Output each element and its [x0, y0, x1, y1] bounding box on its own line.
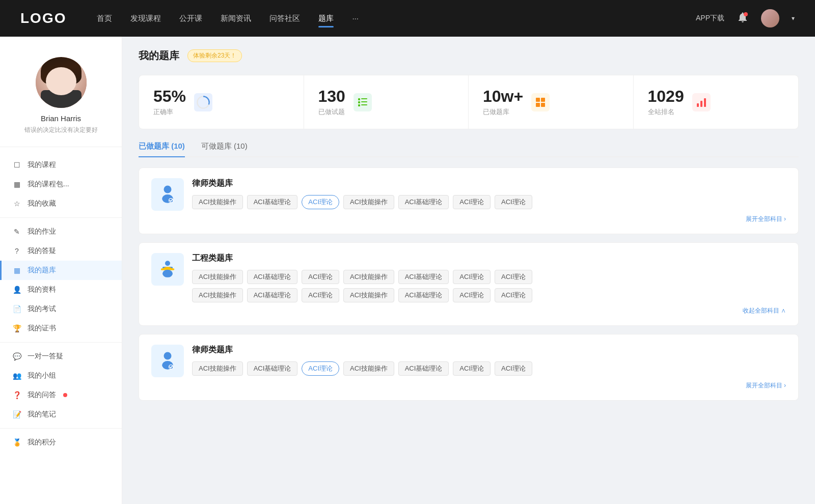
svg-rect-9 — [541, 98, 545, 102]
menu-item-favorites[interactable]: ☆ 我的收藏 — [0, 194, 122, 213]
app-download-button[interactable]: APP下载 — [696, 14, 724, 23]
cert-icon: 🏆 — [12, 324, 21, 333]
file-icon: ☐ — [12, 160, 21, 170]
points-icon: 🏅 — [12, 438, 21, 447]
menu-item-group[interactable]: 👥 我的小组 — [0, 366, 122, 385]
menu-divider-1 — [0, 217, 122, 218]
svg-rect-12 — [697, 103, 699, 107]
svg-point-21 — [165, 261, 170, 266]
law2-tag-7[interactable]: ACI理论 — [495, 361, 532, 376]
nav-quiz[interactable]: 题库 — [318, 12, 334, 25]
tag-6[interactable]: ACI理论 — [453, 195, 491, 209]
nav-discover[interactable]: 发现课程 — [130, 12, 161, 25]
menu-item-notes[interactable]: 📝 我的笔记 — [0, 405, 122, 424]
page-title: 我的题库 — [139, 49, 179, 63]
menu-item-exam[interactable]: 📄 我的考试 — [0, 299, 122, 319]
menu-item-package[interactable]: ▦ 我的课程包... — [0, 175, 122, 194]
svg-rect-4 — [358, 101, 360, 103]
tab-done[interactable]: 已做题库 (10) — [139, 142, 185, 156]
grid-icon — [531, 93, 550, 111]
trial-badge: 体验剩余23天！ — [187, 49, 242, 62]
tag-2[interactable]: ACI基础理论 — [247, 195, 298, 209]
eng-tag-4[interactable]: ACI技能操作 — [343, 270, 394, 284]
tab-row: 已做题库 (10) 可做题库 (10) — [139, 142, 799, 157]
tab-available[interactable]: 可做题库 (10) — [201, 142, 248, 156]
eng-tag-7[interactable]: ACI理论 — [495, 270, 532, 284]
nav-more[interactable]: ··· — [352, 12, 359, 25]
menu-item-qna[interactable]: ❓ 我的问答 — [0, 385, 122, 405]
logo: LOGO — [20, 10, 66, 26]
collapse-button-engineer[interactable]: 收起全部科目 ∧ — [743, 306, 786, 315]
tag-4[interactable]: ACI技能操作 — [343, 195, 394, 209]
nav-qa[interactable]: 问答社区 — [269, 12, 300, 25]
menu-item-quiz[interactable]: ▦ 我的题库 — [0, 261, 122, 280]
menu-item-points[interactable]: 🏅 我的积分 — [0, 433, 122, 452]
tags-row-lawyer-2: ACI技能操作 ACI基础理论 ACI理论 ACI技能操作 ACI基础理论 AC… — [192, 361, 786, 376]
stat-accuracy-value: 55% — [153, 88, 186, 105]
expand-button-1[interactable]: 展开全部科目 › — [746, 215, 786, 223]
svg-rect-5 — [361, 101, 367, 102]
nav-open[interactable]: 公开课 — [179, 12, 202, 25]
bank-card-engineer: 工程类题库 ACI技能操作 ACI基础理论 ACI理论 ACI技能操作 ACI基… — [139, 242, 799, 326]
bank-card-lawyer-1: 律师类题库 ACI技能操作 ACI基础理论 ACI理论 ACI技能操作 ACI基… — [139, 167, 799, 234]
menu-label-quiz: 我的题库 — [28, 266, 56, 275]
avatar-dropdown-icon[interactable]: ▾ — [792, 15, 795, 22]
law2-tag-2[interactable]: ACI基础理论 — [247, 361, 298, 376]
sidebar-avatar — [36, 57, 87, 108]
tag-5[interactable]: ACI基础理论 — [398, 195, 449, 209]
note-icon: 📝 — [12, 410, 21, 419]
stat-rank: 1029 全站排名 — [634, 75, 799, 129]
stat-rank-value: 1029 — [648, 88, 684, 105]
lawyer-figure-icon-2 — [157, 351, 178, 371]
svg-point-15 — [164, 186, 172, 193]
menu-label-exam: 我的考试 — [28, 304, 56, 314]
eng-tag-10[interactable]: ACI理论 — [302, 288, 339, 302]
eng-tag-14[interactable]: ACI理论 — [495, 288, 532, 302]
notification-bell[interactable] — [737, 11, 749, 25]
svg-rect-8 — [536, 98, 540, 102]
eng-tag-6[interactable]: ACI理论 — [453, 270, 491, 284]
expand-button-lawyer-2[interactable]: 展开全部科目 › — [746, 381, 786, 390]
stat-questions-label: 已做试题 — [318, 107, 345, 117]
list-icon — [354, 93, 372, 111]
menu-label-points: 我的积分 — [28, 438, 56, 447]
engineer-figure-icon — [157, 259, 178, 279]
menu-item-answer[interactable]: ? 我的答疑 — [0, 241, 122, 261]
qmark-icon: ❓ — [12, 390, 21, 400]
sidebar: Brian Harris 错误的决定比没有决定要好 ☐ 我的课程 ▦ 我的课程包… — [0, 37, 122, 504]
menu-item-homework[interactable]: ✎ 我的作业 — [0, 222, 122, 241]
nav-news[interactable]: 新闻资讯 — [221, 12, 251, 25]
stat-accuracy-label: 正确率 — [153, 107, 186, 117]
law2-tag-3-active[interactable]: ACI理论 — [302, 361, 339, 376]
menu-item-cert[interactable]: 🏆 我的证书 — [0, 319, 122, 338]
eng-tag-9[interactable]: ACI基础理论 — [247, 288, 298, 302]
menu-item-course[interactable]: ☐ 我的课程 — [0, 155, 122, 175]
menu-label-cert: 我的证书 — [28, 324, 56, 333]
tag-3-active[interactable]: ACI理论 — [302, 195, 339, 209]
eng-tag-13[interactable]: ACI理论 — [453, 288, 491, 302]
star-icon: ☆ — [12, 199, 21, 208]
nav-home[interactable]: 首页 — [97, 12, 112, 25]
navbar: LOGO 首页 发现课程 公开课 新闻资讯 问答社区 题库 ··· APP下载 … — [0, 0, 815, 37]
law2-tag-1[interactable]: ACI技能操作 — [192, 361, 243, 376]
tag-7[interactable]: ACI理论 — [495, 195, 532, 209]
main-content: 我的题库 体验剩余23天！ 55% 正确率 130 — [122, 37, 815, 504]
eng-tag-11[interactable]: ACI技能操作 — [343, 288, 394, 302]
menu-item-profile[interactable]: 👤 我的资料 — [0, 280, 122, 299]
eng-tag-5[interactable]: ACI基础理论 — [398, 270, 449, 284]
eng-tag-3[interactable]: ACI理论 — [302, 270, 339, 284]
menu-label-notes: 我的笔记 — [28, 410, 56, 419]
eng-tag-12[interactable]: ACI基础理论 — [398, 288, 449, 302]
eng-tag-8[interactable]: ACI技能操作 — [192, 288, 243, 302]
eng-tag-2[interactable]: ACI基础理论 — [247, 270, 298, 284]
engineer-icon — [151, 253, 184, 286]
law2-tag-6[interactable]: ACI理论 — [453, 361, 491, 376]
tag-1[interactable]: ACI技能操作 — [192, 195, 243, 209]
eng-tag-1[interactable]: ACI技能操作 — [192, 270, 243, 284]
stat-banks-label: 已做题库 — [483, 107, 523, 117]
law2-tag-5[interactable]: ACI基础理论 — [398, 361, 449, 376]
avatar[interactable] — [761, 9, 779, 27]
menu-item-tutor[interactable]: 💬 一对一答疑 — [0, 347, 122, 366]
law2-tag-4[interactable]: ACI技能操作 — [343, 361, 394, 376]
page-wrapper: Brian Harris 错误的决定比没有决定要好 ☐ 我的课程 ▦ 我的课程包… — [0, 37, 815, 504]
